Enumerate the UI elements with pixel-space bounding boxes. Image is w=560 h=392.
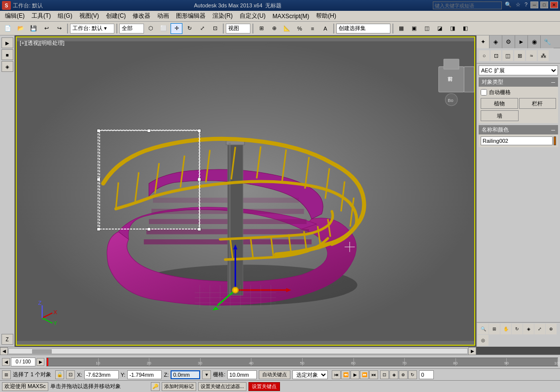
panel-tab-modify[interactable]: ◈ (490, 35, 502, 48)
tb-btn-10[interactable]: A (319, 23, 331, 34)
select-move-button[interactable]: ✛ (171, 23, 182, 34)
sb-arrow-icon[interactable]: ▼ (202, 370, 211, 379)
ls-btn-bottom[interactable]: Z (1, 334, 13, 345)
close-button[interactable]: ✕ (550, 1, 558, 8)
add-time-button[interactable]: 添加时间标记 (162, 382, 196, 391)
anim-first-button[interactable]: ⏮ (332, 370, 341, 379)
tb-btn-11[interactable]: ▦ (395, 23, 407, 34)
vp-orbit-sub[interactable]: ⊕ (546, 324, 557, 334)
color-swatch[interactable] (554, 136, 556, 145)
open-button[interactable]: 📂 (15, 23, 27, 34)
sb-icon-2[interactable]: 🔒 (55, 370, 64, 379)
select-scale-button[interactable]: ⤢ (196, 23, 208, 34)
frame-input[interactable] (419, 370, 434, 379)
pi-btn-3[interactable]: ◫ (502, 50, 513, 61)
anim-btn-1[interactable]: ⊡ (380, 370, 389, 379)
tb-btn-15[interactable]: ◨ (447, 23, 458, 34)
ls-btn-play[interactable]: ▶ (1, 37, 13, 48)
tb-btn-9[interactable]: ≡ (307, 23, 318, 34)
bookmark-icon[interactable]: ☆ (516, 1, 521, 9)
redo-button[interactable]: ↪ (53, 23, 65, 34)
anim-prev-button[interactable]: ⏪ (341, 370, 350, 379)
search-input[interactable] (433, 1, 502, 9)
x-input[interactable] (84, 370, 119, 379)
undo-button[interactable]: ↩ (40, 23, 52, 34)
set-key-filter-button[interactable]: 设置关键点过滤器... (198, 382, 246, 391)
menu-tools[interactable]: 工具(T) (29, 11, 54, 21)
search-icon[interactable]: 🔍 (505, 1, 512, 9)
h-scroll-track[interactable] (8, 348, 468, 354)
menu-maxscript[interactable]: MAXScript(M) (270, 12, 313, 21)
h-scroll-thumb[interactable] (32, 349, 52, 354)
timeline-track[interactable]: 10 20 30 40 50 60 70 80 90 100 (46, 358, 558, 366)
tb-btn-7[interactable]: 📐 (281, 23, 293, 34)
scroll-right-button[interactable]: ▶ (468, 347, 476, 355)
selection-filter-dropdown[interactable]: 选定对象 (292, 370, 328, 379)
tb-btn-13[interactable]: ◫ (421, 23, 433, 34)
menu-edit[interactable]: 编辑(E) (2, 11, 28, 21)
railing-button[interactable]: 栏杆 (519, 98, 557, 109)
vp-min-max[interactable]: ⤢ (534, 324, 545, 334)
filter-dropdown[interactable]: 全部 (119, 24, 144, 33)
vp-pan[interactable]: ✋ (500, 324, 511, 334)
timeline-next-button[interactable]: ▶ (36, 358, 44, 366)
menu-custom[interactable]: 自定义(U) (237, 11, 269, 21)
restore-button[interactable]: □ (540, 1, 548, 8)
plant-button[interactable]: 植物 (481, 98, 518, 109)
panel-tab-display[interactable]: ◉ (528, 35, 541, 48)
new-button[interactable]: 📄 (2, 23, 14, 34)
anim-play-button[interactable]: ▶ (350, 370, 359, 379)
workstation-dropdown[interactable]: 工作台: 默认 ▾ (70, 24, 114, 33)
scroll-left-button[interactable]: ◀ (0, 347, 8, 355)
minimize-button[interactable]: ─ (530, 1, 538, 8)
select-region-button[interactable]: ⬜ (158, 23, 170, 34)
menu-render[interactable]: 渲染(R) (210, 11, 236, 21)
panel-tab-utility[interactable]: 🔧 (541, 35, 554, 48)
vp-zoom[interactable]: 🔍 (478, 324, 489, 334)
menu-view[interactable]: 视图(V) (76, 11, 102, 21)
anim-btn-3[interactable]: ⊕ (399, 370, 408, 379)
anim-next-button[interactable]: ⏩ (360, 370, 369, 379)
panel-tab-motion[interactable]: ► (515, 35, 528, 48)
anim-btn-2[interactable]: ◈ (389, 370, 398, 379)
pi-btn-5[interactable]: ≈ (526, 50, 537, 61)
anim-btn-4[interactable]: ↻ (408, 370, 417, 379)
menu-graph-editor[interactable]: 图形编辑器 (173, 11, 209, 21)
pi-btn-4[interactable]: ⊞ (514, 50, 525, 61)
select-object-button[interactable]: ⬡ (145, 23, 157, 34)
anim-last-button[interactable]: ⏭ (369, 370, 378, 379)
lock-icon[interactable]: 🔑 (151, 382, 160, 391)
pi-btn-2[interactable]: ⊡ (490, 50, 501, 61)
help-icon[interactable]: ? (525, 1, 527, 9)
select-rotate-button[interactable]: ↻ (183, 23, 195, 34)
tb-btn-6[interactable]: ⊕ (268, 23, 280, 34)
set-key-button[interactable]: 设置关键点 (248, 382, 280, 391)
tb-btn-5[interactable]: ⊞ (255, 23, 267, 34)
timeline-prev-button[interactable]: ◀ (2, 358, 10, 366)
grid-input[interactable] (227, 370, 257, 379)
pi-btn-1[interactable]: ○ (479, 50, 490, 61)
select-ref-button[interactable]: ⊡ (209, 23, 221, 34)
viewport[interactable]: [+][透视][明暗处理] (16, 36, 475, 346)
save-button[interactable]: 💾 (28, 23, 39, 34)
z-input[interactable] (171, 370, 200, 379)
tb-btn-8[interactable]: % (294, 23, 306, 34)
name-color-header[interactable]: 名称和颜色 ─ (479, 125, 558, 134)
menu-animation[interactable]: 动画 (154, 11, 172, 21)
vp-field-of-view[interactable]: ◈ (523, 324, 534, 334)
vp-zoom-all[interactable]: ⊞ (489, 324, 500, 334)
tb-btn-16[interactable]: ◧ (459, 23, 471, 34)
ls-btn-2[interactable]: ■ (1, 49, 13, 60)
sb-icon-1[interactable]: ⊞ (2, 370, 11, 379)
ls-btn-3[interactable]: ◈ (1, 61, 13, 72)
category-dropdown[interactable]: AEC 扩展 (479, 65, 558, 75)
panel-tab-create[interactable]: ✦ (477, 35, 490, 48)
wall-button[interactable]: 墙 (481, 110, 519, 121)
auto-key-button[interactable]: 自动关键点 (259, 370, 290, 379)
vp-orbit-selected[interactable]: ◎ (478, 335, 489, 346)
view-dropdown[interactable]: 视图 (226, 24, 250, 33)
tb-btn-14[interactable]: ◪ (434, 23, 446, 34)
menu-group[interactable]: 组(G) (55, 11, 75, 21)
menu-create[interactable]: 创建(C) (103, 11, 129, 21)
name-input[interactable] (481, 136, 553, 145)
